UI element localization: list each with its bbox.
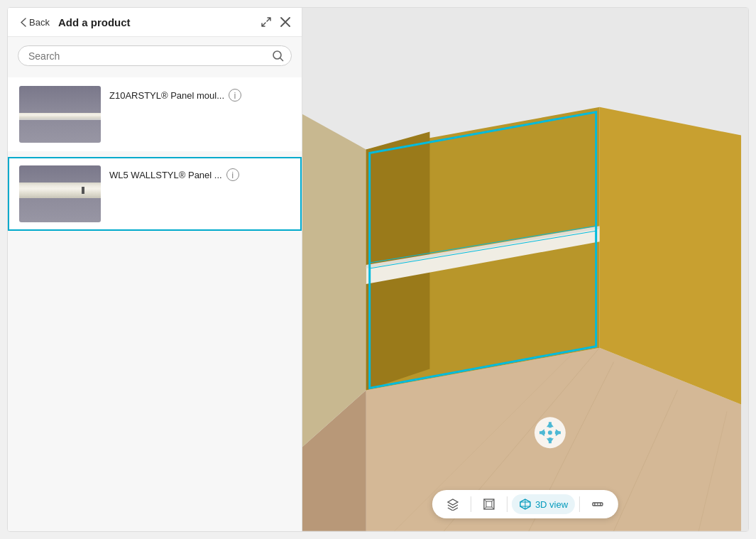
svg-rect-23 bbox=[539, 431, 545, 434]
product-thumbnail bbox=[19, 86, 101, 143]
product-thumbnail bbox=[19, 165, 101, 222]
panel-header: Back Add a product bbox=[8, 8, 302, 37]
close-button[interactable] bbox=[279, 16, 292, 28]
product-name: WL5 WALLSTYL® Panel ... i bbox=[109, 168, 290, 181]
svg-rect-28 bbox=[486, 501, 492, 507]
3d-scene bbox=[302, 8, 748, 531]
measure-button[interactable] bbox=[584, 494, 611, 514]
layers-icon bbox=[447, 498, 459, 511]
back-button[interactable]: Back bbox=[18, 16, 53, 29]
close-icon bbox=[280, 17, 290, 27]
move-cursor bbox=[535, 417, 566, 448]
layers-button[interactable] bbox=[439, 494, 466, 514]
list-item[interactable]: Z10ARSTYL® Panel moul... i bbox=[8, 77, 302, 151]
product-info: Z10ARSTYL® Panel moul... i bbox=[109, 86, 290, 102]
toolbar-divider bbox=[507, 496, 508, 512]
svg-rect-25 bbox=[555, 431, 561, 434]
svg-rect-19 bbox=[549, 422, 552, 428]
main-container: Back Add a product bbox=[7, 7, 749, 532]
svg-point-26 bbox=[548, 430, 552, 435]
panel-title: Add a product bbox=[58, 16, 253, 28]
product-list: Z10ARSTYL® Panel moul... i WL5 WALLSTYL®… bbox=[8, 75, 302, 531]
svg-marker-4 bbox=[302, 114, 366, 447]
measure-icon bbox=[591, 498, 604, 511]
scene-3d bbox=[302, 8, 748, 531]
back-label: Back bbox=[29, 17, 50, 28]
header-icons bbox=[259, 15, 292, 29]
search-input[interactable] bbox=[28, 50, 268, 62]
3d-view-label: 3D view bbox=[535, 499, 568, 510]
svg-point-0 bbox=[273, 51, 281, 59]
left-panel: Back Add a product bbox=[8, 8, 302, 531]
info-icon[interactable]: i bbox=[229, 89, 241, 102]
search-button[interactable] bbox=[272, 50, 284, 62]
list-item[interactable]: WL5 WALLSTYL® Panel ... i bbox=[8, 157, 302, 231]
toolbar-divider bbox=[471, 496, 471, 512]
toolbar-bottom: 3D view bbox=[432, 490, 618, 518]
search-bar bbox=[18, 45, 292, 66]
wireframe-icon bbox=[483, 498, 495, 511]
toolbar-divider bbox=[579, 496, 580, 512]
3d-view-button[interactable]: 3D view bbox=[512, 494, 575, 514]
product-info: WL5 WALLSTYL® Panel ... i bbox=[109, 165, 290, 181]
chevron-left-icon bbox=[21, 18, 26, 27]
info-icon[interactable]: i bbox=[226, 168, 239, 181]
viewport[interactable]: 3D view bbox=[302, 8, 748, 531]
search-icon bbox=[272, 50, 284, 62]
product-name: Z10ARSTYL® Panel moul... i bbox=[109, 89, 290, 102]
cube-icon bbox=[519, 498, 532, 511]
expand-icon bbox=[261, 16, 272, 28]
expand-button[interactable] bbox=[259, 15, 273, 29]
wireframe-button[interactable] bbox=[476, 494, 503, 514]
svg-rect-21 bbox=[549, 437, 552, 443]
